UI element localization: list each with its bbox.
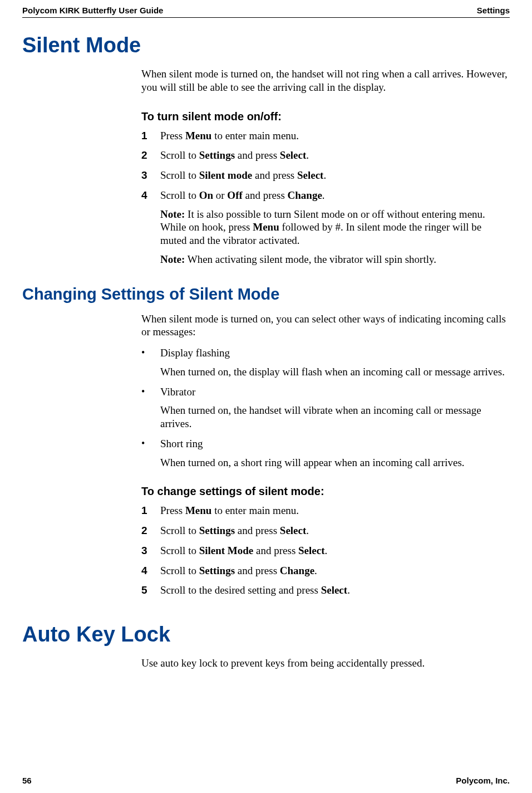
footer-company: Polycom, Inc. (456, 776, 510, 785)
step-text: Scroll to the desired setting and press … (160, 584, 510, 597)
step-number: 1 (141, 129, 160, 143)
heading-silent-mode: Silent Mode (22, 33, 510, 57)
step-number: 5 (141, 584, 160, 597)
step-text: Scroll to Settings and press Select. (160, 524, 510, 537)
change-step-3: 3 Scroll to Silent Mode and press Select… (141, 544, 510, 557)
silent-mode-intro: When silent mode is turned on, the hands… (141, 67, 510, 94)
step-number: 4 (141, 564, 160, 577)
bullet-desc: When turned on, a short ring will appear… (160, 456, 510, 469)
step-text: Press Menu to enter main menu. (160, 129, 510, 143)
bullet-desc: When turned on, the handset will vibrate… (160, 404, 510, 430)
heading-auto-key-lock: Auto Key Lock (22, 623, 510, 647)
step-number: 3 (141, 169, 160, 182)
bullet-icon: • (141, 385, 160, 399)
bullet-icon: • (141, 437, 160, 451)
toggle-note-1: Note: It is also possible to turn Silent… (160, 208, 510, 247)
change-step-2: 2 Scroll to Settings and press Select. (141, 524, 510, 537)
change-step-5: 5 Scroll to the desired setting and pres… (141, 584, 510, 597)
step-text: Scroll to Settings and press Change. (160, 564, 510, 577)
bullet-icon: • (141, 346, 160, 360)
bullet-title: Display flashing (160, 346, 510, 360)
toggle-step-3: 3 Scroll to Silent mode and press Select… (141, 169, 510, 182)
heading-change-settings: To change settings of silent mode: (141, 484, 510, 498)
step-text: Scroll to Settings and press Select. (160, 149, 510, 162)
change-step-1: 1 Press Menu to enter main menu. (141, 504, 510, 517)
footer-page-number: 56 (22, 776, 32, 785)
page-footer: 56 Polycom, Inc. (22, 776, 510, 785)
bullet-short-ring: • Short ring (141, 437, 510, 451)
heading-changing-settings: Changing Settings of Silent Mode (22, 285, 510, 304)
step-number: 2 (141, 149, 160, 162)
page-header: Polycom KIRK Butterfly User Guide Settin… (22, 0, 510, 18)
toggle-step-4: 4 Scroll to On or Off and press Change. … (141, 189, 510, 266)
toggle-step-2: 2 Scroll to Settings and press Select. (141, 149, 510, 162)
step-number: 2 (141, 524, 160, 537)
toggle-note-2: Note: When activating silent mode, the v… (160, 253, 510, 266)
heading-toggle-silent: To turn silent mode on/off: (141, 110, 510, 124)
change-step-4: 4 Scroll to Settings and press Change. (141, 564, 510, 577)
bullet-title: Short ring (160, 437, 510, 451)
step-text: Scroll to Silent mode and press Select. (160, 169, 510, 182)
bullet-desc: When turned on, the display will flash w… (160, 365, 510, 379)
step-text: Scroll to On or Off and press Change. No… (160, 189, 510, 266)
step-text: Press Menu to enter main menu. (160, 504, 510, 517)
auto-key-lock-text: Use auto key lock to prevent keys from b… (141, 657, 510, 670)
toggle-step-1: 1 Press Menu to enter main menu. (141, 129, 510, 143)
bullet-vibrator: • Vibrator (141, 385, 510, 399)
bullet-title: Vibrator (160, 385, 510, 399)
header-left: Polycom KIRK Butterfly User Guide (22, 6, 163, 15)
step-number: 4 (141, 189, 160, 266)
step-number: 3 (141, 544, 160, 557)
bullet-display-flashing: • Display flashing (141, 346, 510, 360)
header-right: Settings (477, 6, 510, 15)
step-number: 1 (141, 504, 160, 517)
changing-intro: When silent mode is turned on, you can s… (141, 312, 510, 339)
step-text: Scroll to Silent Mode and press Select. (160, 544, 510, 557)
